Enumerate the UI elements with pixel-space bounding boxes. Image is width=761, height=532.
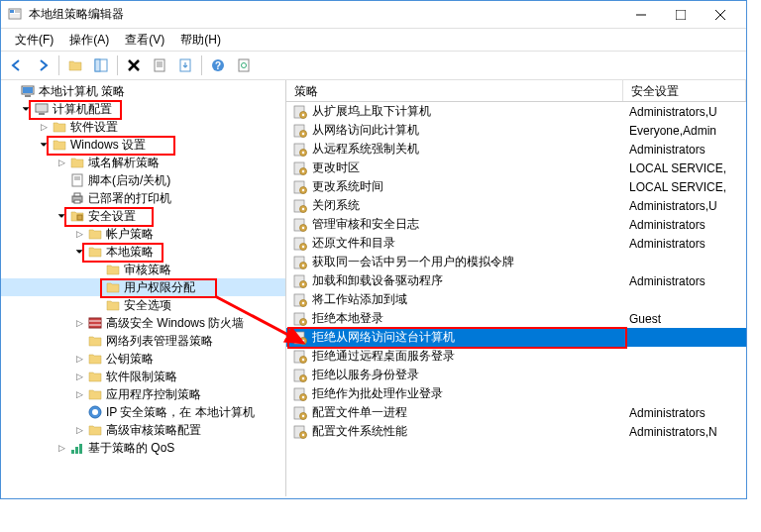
tree-label: IP 安全策略，在 本地计算机 [106,404,255,421]
cell-policy: 获取同一会话中另一个用户的模拟令牌 [312,254,629,270]
twisty-icon[interactable]: ▷ [72,387,86,401]
policy-item-icon [292,217,308,233]
tree-policy-qos[interactable]: ▷ 基于策略的 QoS [1,439,285,457]
computer-policy-icon [20,83,36,99]
folder-icon [105,262,121,277]
twisty-icon[interactable]: ▷ [72,227,86,241]
list-row[interactable]: 拒绝以服务身份登录 [286,366,746,384]
svg-rect-26 [39,113,45,115]
cell-setting: Administrators [629,237,746,251]
tree-pane[interactable]: ▶ 本地计算机 策略 ⏷ 计算机配置 ▷ 软件设置 ⏷ W [1,80,286,496]
close-button[interactable] [701,2,740,28]
list-row[interactable]: 更改系统时间LOCAL SERVICE, [286,177,746,196]
svg-point-62 [302,226,304,228]
back-button[interactable] [5,53,29,77]
list-row[interactable]: 从扩展坞上取下计算机Administrators,U [286,102,746,121]
tree-audit-policy[interactable]: ▶ 审核策略 [1,261,285,278]
delete-button[interactable] [122,53,146,77]
column-setting[interactable]: 安全设置 [623,80,746,101]
folder-icon [69,155,85,170]
svg-point-86 [302,376,304,378]
menu-help[interactable]: 帮助(H) [172,30,229,51]
titlebar: 本地组策略编辑器 [1,1,746,29]
show-hide-tree-button[interactable] [89,53,113,77]
list-row[interactable]: 还原文件和目录Administrators [286,234,746,253]
list-row[interactable]: 拒绝从网络访问这台计算机 [286,328,746,347]
menu-view[interactable]: 查看(V) [117,30,172,51]
list-row[interactable]: 拒绝通过远程桌面服务登录 [286,347,746,366]
tree-user-rights[interactable]: ▶ 用户权限分配 [1,278,285,296]
menu-action[interactable]: 操作(A) [61,30,117,51]
svg-rect-9 [95,59,100,71]
tree-local-policies[interactable]: ⏷ 本地策略 [1,243,285,261]
list-row[interactable]: 拒绝本地登录Guest [286,309,746,328]
list-row[interactable]: 将工作站添加到域 [286,290,746,309]
policy-item-icon [292,386,308,402]
twisty-icon[interactable]: ▷ [72,316,86,330]
tree-name-resolution[interactable]: ▷ 域名解析策略 [1,154,285,171]
up-level-button[interactable] [63,53,87,77]
tree-advanced-audit[interactable]: ▷ 高级审核策略配置 [1,421,285,439]
toolbar-separator [117,55,118,75]
tree-root[interactable]: ▶ 本地计算机 策略 [1,82,285,100]
policy-item-icon [292,236,308,252]
minimize-button[interactable] [621,2,661,28]
twisty-icon[interactable]: ▷ [72,352,86,366]
svg-point-59 [302,207,304,209]
list-row[interactable]: 关闭系统Administrators,U [286,196,746,215]
tree-firewall[interactable]: ▷ 高级安全 Windows 防火墙 [1,314,285,332]
tree-network-list[interactable]: ▶ 网络列表管理器策略 [1,332,285,350]
column-policy[interactable]: 策略 [286,80,623,101]
list-row[interactable]: 从网络访问此计算机Everyone,Admin [286,121,746,140]
tree-software-settings[interactable]: ▷ 软件设置 [1,118,285,136]
tree-ip-security[interactable]: ▶ IP 安全策略，在 本地计算机 [1,403,285,421]
list-pane[interactable]: 策略 安全设置 从扩展坞上取下计算机Administrators,U从网络访问此… [286,80,746,496]
help-button[interactable]: ? [206,53,230,77]
list-row[interactable]: 加载和卸载设备驱动程序Administrators [286,271,746,290]
tree-label: 应用程序控制策略 [106,386,201,403]
properties-button[interactable] [148,53,171,77]
maximize-button[interactable] [661,2,701,28]
tree-app-control[interactable]: ▷ 应用程序控制策略 [1,385,285,403]
tree-account-policies[interactable]: ▷ 帐户策略 [1,225,285,243]
svg-point-92 [302,414,304,416]
twisty-icon[interactable]: ▷ [37,120,51,134]
list-row[interactable]: 拒绝作为批处理作业登录 [286,384,746,403]
tree-windows-settings[interactable]: ⏷ Windows 设置 [1,136,285,154]
list-row[interactable]: 从远程系统强制关机Administrators [286,140,746,159]
tree-security-options[interactable]: ▶ 安全选项 [1,296,285,314]
export-button[interactable] [173,53,197,77]
tree-security-settings[interactable]: ⏷ 安全设置 [1,207,285,225]
forward-button[interactable] [31,53,54,77]
cell-setting: Administrators,N [629,425,746,439]
list-row[interactable]: 配置文件单一进程Administrators [286,403,746,422]
twisty-icon[interactable]: ⏷ [54,209,68,223]
list-row[interactable]: 获取同一会话中另一个用户的模拟令牌 [286,253,746,271]
twisty-icon[interactable]: ▷ [54,441,68,455]
twisty-icon[interactable]: ⏷ [19,102,33,116]
svg-rect-31 [74,193,80,196]
tree-public-key[interactable]: ▷ 公钥策略 [1,350,285,368]
printer-icon [69,190,85,206]
ipsec-icon [87,404,103,420]
twisty-icon[interactable]: ⏷ [37,138,51,152]
cell-setting: Administrators [629,274,746,288]
twisty-icon[interactable]: ▷ [54,156,68,169]
cell-policy: 加载和卸载设备驱动程序 [312,272,629,289]
list-row[interactable]: 管理审核和安全日志Administrators [286,215,746,234]
cell-policy: 拒绝以服务身份登录 [312,367,629,383]
tree-computer-config[interactable]: ⏷ 计算机配置 [1,100,285,118]
list-row[interactable]: 更改时区LOCAL SERVICE, [286,159,746,177]
twisty-icon[interactable]: ▷ [72,423,86,437]
tree-software-restriction[interactable]: ▷ 软件限制策略 [1,368,285,385]
twisty-icon[interactable]: ⏷ [72,245,86,259]
tree-label: 本地策略 [106,244,154,261]
tree-scripts[interactable]: ▶ 脚本(启动/关机) [1,171,285,189]
twisty-icon[interactable]: ▷ [72,370,86,383]
menu-file[interactable]: 文件(F) [7,30,61,51]
folder-icon [105,279,121,295]
tree-deployed-printers[interactable]: ▶ 已部署的打印机 [1,189,285,207]
refresh-button[interactable] [232,53,256,77]
list-row[interactable]: 配置文件系统性能Administrators,N [286,422,746,441]
svg-point-38 [92,409,98,415]
